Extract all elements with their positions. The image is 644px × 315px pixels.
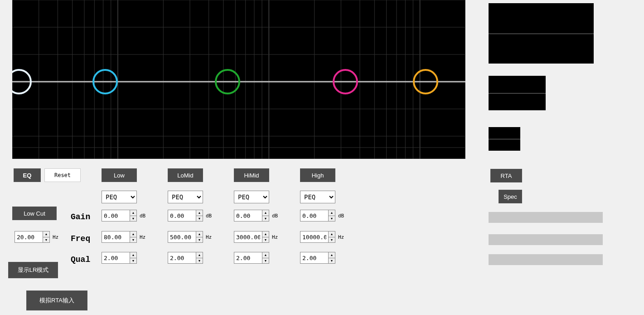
high-gain-spinner[interactable]: ▲▼dB	[300, 210, 344, 221]
spin-up-icon[interactable]: ▲	[43, 231, 49, 237]
unit-label: dB	[140, 213, 145, 219]
lowcut-freq-spinner[interactable]: ▲▼ Hz	[15, 231, 58, 243]
spin-up-icon[interactable]: ▲	[130, 231, 136, 237]
unit-label: dB	[206, 213, 212, 219]
spec-button[interactable]: Spec	[499, 190, 522, 203]
spin-up-icon[interactable]: ▲	[130, 210, 136, 216]
spin-up-icon[interactable]: ▲	[262, 231, 269, 237]
low-type-select[interactable]: PEQ	[102, 191, 137, 203]
spin-up-icon[interactable]: ▲	[329, 231, 335, 237]
spin-down-icon[interactable]: ▼	[130, 237, 136, 243]
lomid-band-button[interactable]: LoMid	[168, 168, 203, 182]
low-gain-spinner[interactable]: ▲▼dB	[102, 210, 145, 221]
lomid-freq-spinner[interactable]: ▲▼Hz	[168, 231, 212, 243]
unit-label: Hz	[140, 234, 145, 240]
unit-label: Hz	[206, 234, 212, 240]
lomid-gain-spinner[interactable]: ▲▼dB	[168, 210, 212, 221]
high-freq-spinner[interactable]: ▲▼Hz	[300, 231, 344, 243]
high-freq-input[interactable]	[300, 231, 328, 243]
spin-up-icon[interactable]: ▲	[329, 210, 335, 216]
spin-down-icon[interactable]: ▼	[130, 216, 136, 221]
himid-gain-spinner[interactable]: ▲▼dB	[234, 210, 278, 221]
low-gain-input[interactable]	[102, 210, 130, 221]
spin-down-icon[interactable]: ▼	[329, 258, 335, 264]
spin-down-icon[interactable]: ▼	[329, 216, 335, 221]
spin-down-icon[interactable]: ▼	[196, 237, 203, 243]
rta-button[interactable]: RTA	[490, 169, 522, 182]
lomid-qual-input[interactable]	[168, 252, 196, 264]
high-gain-input[interactable]	[300, 210, 328, 221]
spin-up-icon[interactable]: ▲	[196, 252, 203, 258]
spin-down-icon[interactable]: ▼	[196, 216, 203, 221]
side-panel-3	[489, 127, 520, 151]
low-band-button[interactable]: Low	[102, 168, 137, 182]
reset-button[interactable]: Reset	[44, 168, 81, 182]
spin-down-icon[interactable]: ▼	[262, 237, 269, 243]
high-band-button[interactable]: High	[300, 168, 335, 182]
unit-label: dB	[338, 213, 344, 219]
freq-row-label: Freq	[71, 234, 90, 243]
simulate-rta-button[interactable]: 模拟RTA输入	[26, 290, 87, 310]
lomid-gain-input[interactable]	[168, 210, 196, 221]
low-freq-spinner[interactable]: ▲▼Hz	[102, 231, 145, 243]
himid-gain-input[interactable]	[234, 210, 262, 221]
qual-row-label: Qual	[71, 255, 90, 264]
spin-up-icon[interactable]: ▲	[262, 252, 269, 258]
unit-label: Hz	[338, 234, 344, 240]
spin-down-icon[interactable]: ▼	[43, 237, 49, 243]
spin-down-icon[interactable]: ▼	[196, 258, 203, 264]
spin-up-icon[interactable]: ▲	[196, 210, 203, 216]
himid-freq-input[interactable]	[234, 231, 262, 243]
eq-button[interactable]: EQ	[14, 168, 41, 182]
low-qual-input[interactable]	[102, 252, 130, 264]
low-freq-input[interactable]	[102, 231, 130, 243]
spin-up-icon[interactable]: ▲	[196, 231, 203, 237]
side-strip-1	[489, 212, 603, 223]
spin-down-icon[interactable]: ▼	[262, 216, 269, 221]
spin-down-icon[interactable]: ▼	[130, 258, 136, 264]
low-qual-spinner[interactable]: ▲▼	[102, 252, 137, 264]
himid-freq-spinner[interactable]: ▲▼Hz	[234, 231, 278, 243]
side-strip-3	[489, 254, 603, 265]
spin-up-icon[interactable]: ▲	[130, 252, 136, 258]
lr-mode-button[interactable]: 显示LR模式	[8, 262, 58, 278]
spin-up-icon[interactable]: ▲	[262, 210, 269, 216]
himid-qual-input[interactable]	[234, 252, 262, 264]
himid-qual-spinner[interactable]: ▲▼	[234, 252, 269, 264]
side-strip-2	[489, 234, 603, 245]
himid-band-button[interactable]: HiMid	[234, 168, 269, 182]
lomid-qual-spinner[interactable]: ▲▼	[168, 252, 203, 264]
high-qual-input[interactable]	[300, 252, 328, 264]
unit-label: Hz	[272, 234, 278, 240]
lowcut-freq-input[interactable]	[15, 231, 43, 243]
lowcut-button[interactable]: Low Cut	[12, 207, 57, 220]
eq-graph[interactable]	[12, 0, 465, 159]
unit-label: Hz	[53, 234, 58, 240]
lomid-freq-input[interactable]	[168, 231, 196, 243]
spin-down-icon[interactable]: ▼	[262, 258, 269, 264]
side-panel-2	[489, 76, 546, 110]
spin-up-icon[interactable]: ▲	[329, 252, 335, 258]
lomid-type-select[interactable]: PEQ	[168, 191, 203, 203]
spin-down-icon[interactable]: ▼	[329, 237, 335, 243]
high-qual-spinner[interactable]: ▲▼	[300, 252, 335, 264]
gain-row-label: Gain	[71, 212, 90, 221]
high-type-select[interactable]: PEQ	[300, 191, 335, 203]
unit-label: dB	[272, 213, 278, 219]
side-panel-1	[489, 3, 594, 64]
himid-type-select[interactable]: PEQ	[234, 191, 269, 203]
